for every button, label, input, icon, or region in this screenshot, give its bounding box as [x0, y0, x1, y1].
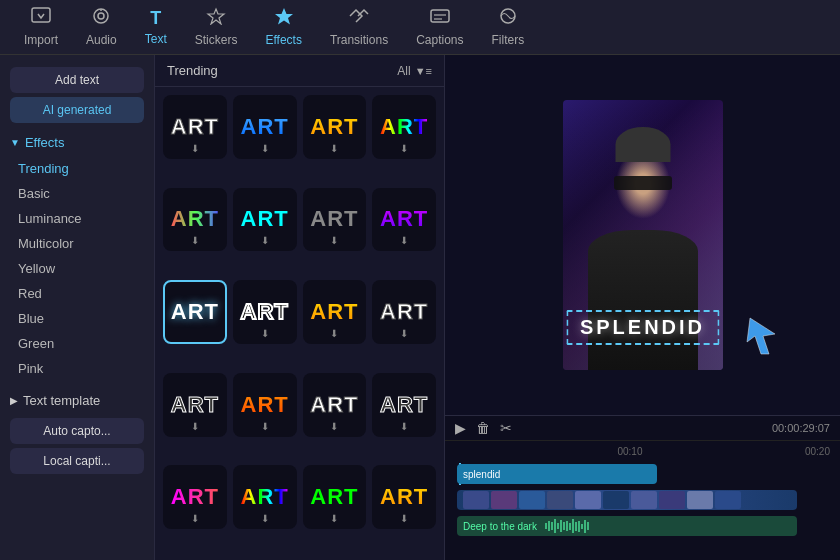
splendid-clip[interactable]: splendid — [457, 464, 657, 484]
thumb-2 — [491, 491, 517, 509]
import-icon — [31, 7, 51, 30]
effect-card-2[interactable]: ART ⬇ — [233, 95, 297, 159]
ai-gen-label: AI generated — [43, 103, 112, 117]
effect-art-text: ART — [380, 484, 428, 510]
audio-clip[interactable]: Deep to the dark — [457, 516, 797, 536]
nav-transitions[interactable]: Transitions — [316, 1, 402, 53]
thumb-6 — [603, 491, 629, 509]
trending-label: Trending — [167, 63, 218, 78]
splendid-text: SPLENDID — [580, 316, 705, 338]
add-text-button[interactable]: Add text — [10, 67, 144, 93]
effects-icon — [274, 7, 294, 30]
effect-art-text: ART — [380, 299, 428, 325]
sidebar-item-pink[interactable]: Pink — [0, 356, 154, 381]
thumb-7 — [631, 491, 657, 509]
effect-card-8[interactable]: ART ⬇ — [372, 188, 436, 252]
effect-card-6[interactable]: ART ⬇ — [233, 188, 297, 252]
thumb-5 — [575, 491, 601, 509]
effect-art-text: ART — [310, 114, 358, 140]
effect-art-text: ART — [171, 484, 219, 510]
effect-art-text: ART — [310, 299, 358, 325]
effect-card-1[interactable]: ART ⬇ — [163, 95, 227, 159]
effect-art-text: ART — [310, 392, 358, 418]
thumb-10 — [715, 491, 741, 509]
svg-point-1 — [94, 9, 108, 23]
download-icon: ⬇ — [400, 513, 408, 524]
download-icon: ⬇ — [330, 421, 338, 432]
sidebar-item-multicolor[interactable]: Multicolor — [0, 231, 154, 256]
effect-card-3[interactable]: ART ⬇ — [303, 95, 367, 159]
sidebar-item-yellow[interactable]: Yellow — [0, 256, 154, 281]
effect-card-18[interactable]: ART ⬇ — [233, 465, 297, 529]
timeline-ruler: 00:10 00:20 — [445, 441, 840, 461]
nav-text[interactable]: T Text — [131, 2, 181, 52]
text-template-section-header[interactable]: ▶ Text template — [0, 387, 154, 414]
effects-section-label: Effects — [25, 135, 65, 150]
effect-card-11[interactable]: ART ⬇ — [303, 280, 367, 344]
top-nav: Import Audio T Text Stickers Effects — [0, 0, 840, 55]
effects-arrow-icon: ▼ — [10, 137, 20, 148]
effect-card-10[interactable]: ART ⬇ — [233, 280, 297, 344]
nav-effects[interactable]: Effects — [251, 1, 315, 53]
center-panel: Trending All ▼≡ ART ⬇ ART ⬇ ART ⬇ ART ⬇ — [155, 55, 445, 560]
transitions-icon — [349, 7, 369, 30]
local-caption-button[interactable]: Local capti... — [10, 448, 144, 474]
wave-bar — [575, 522, 577, 531]
sidebar-item-red[interactable]: Red — [0, 281, 154, 306]
effect-card-9[interactable]: ART — [163, 280, 227, 344]
effect-card-12[interactable]: ART ⬇ — [372, 280, 436, 344]
effect-card-15[interactable]: ART ⬇ — [303, 373, 367, 437]
effect-card-16[interactable]: ART ⬇ — [372, 373, 436, 437]
download-icon: ⬇ — [400, 421, 408, 432]
splendid-clip-label: splendid — [463, 469, 500, 480]
svg-point-2 — [98, 13, 104, 19]
wave-bar — [587, 522, 589, 530]
sidebar-item-blue[interactable]: Blue — [0, 306, 154, 331]
sidebar-item-green[interactable]: Green — [0, 331, 154, 356]
effect-card-19[interactable]: ART ⬇ — [303, 465, 367, 529]
audio-waveform — [545, 516, 589, 536]
split-button[interactable]: ✂ — [500, 420, 512, 436]
effect-card-20[interactable]: ART ⬇ — [372, 465, 436, 529]
delete-button[interactable]: 🗑 — [476, 420, 490, 436]
svg-marker-10 — [747, 318, 775, 354]
nav-filters[interactable]: Filters — [478, 1, 539, 53]
all-filter-label: All — [397, 64, 410, 78]
effect-card-7[interactable]: ART ⬇ — [303, 188, 367, 252]
sidebar-item-luminance[interactable]: Luminance — [0, 206, 154, 231]
nav-stickers[interactable]: Stickers — [181, 1, 252, 53]
thumb-1 — [463, 491, 489, 509]
auto-caption-button[interactable]: Auto capto... — [10, 418, 144, 444]
download-icon: ⬇ — [400, 235, 408, 246]
timeline-toolbar: ▶ 🗑 ✂ 00:00:29:07 — [445, 416, 840, 441]
nav-import[interactable]: Import — [10, 1, 72, 53]
effect-card-14[interactable]: ART ⬇ — [233, 373, 297, 437]
effect-card-4[interactable]: ART ⬇ — [372, 95, 436, 159]
all-filter-button[interactable]: All ▼≡ — [397, 64, 432, 78]
effect-art-text: ART — [380, 206, 428, 232]
wave-bar — [572, 519, 574, 533]
effects-section-header[interactable]: ▼ Effects — [0, 129, 154, 156]
play-button[interactable]: ▶ — [455, 420, 466, 436]
nav-audio[interactable]: Audio — [72, 1, 131, 53]
nav-text-label: Text — [145, 32, 167, 46]
nav-captions[interactable]: Captions — [402, 1, 477, 53]
wave-bar — [584, 520, 586, 533]
sidebar-item-trending[interactable]: Trending — [0, 156, 154, 181]
mark-10: 00:10 — [617, 446, 642, 457]
glasses — [614, 176, 672, 190]
download-icon: ⬇ — [330, 235, 338, 246]
svg-marker-5 — [275, 8, 293, 25]
effect-art-text: ART — [171, 299, 219, 325]
svg-rect-6 — [431, 10, 449, 22]
sidebar-item-basic[interactable]: Basic — [0, 181, 154, 206]
video-clip[interactable] — [457, 490, 797, 510]
effect-card-5[interactable]: ART ⬇ — [163, 188, 227, 252]
effect-art-text: ART — [241, 299, 289, 325]
timeline-tracks: splendid — [445, 461, 840, 560]
right-panel: SPLENDID ▶ 🗑 ✂ 00:00:29:07 00:10 — [445, 55, 840, 560]
nav-stickers-label: Stickers — [195, 33, 238, 47]
effect-card-17[interactable]: ART ⬇ — [163, 465, 227, 529]
effect-card-13[interactable]: ART ⬇ — [163, 373, 227, 437]
ai-generated-button[interactable]: AI generated — [10, 97, 144, 123]
